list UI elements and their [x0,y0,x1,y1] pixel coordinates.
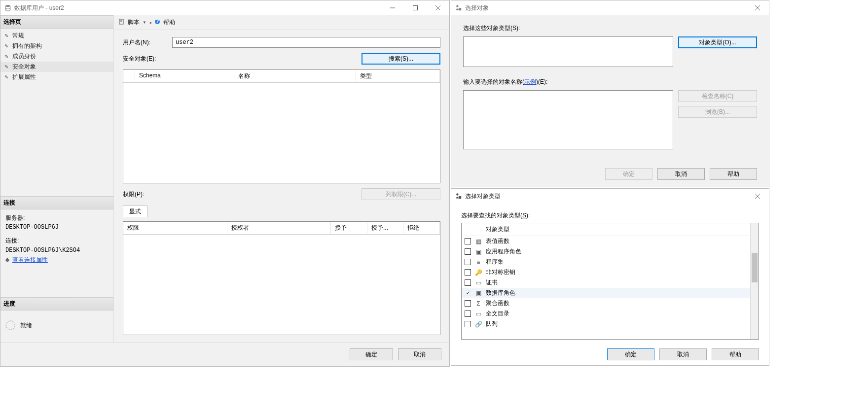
permissions-label: 权限(P): [123,190,144,199]
object-type-row[interactable]: ▭证书 [462,277,750,288]
object-type-checkbox[interactable] [465,248,471,255]
cancel-button[interactable]: 取消 [659,348,707,360]
object-type-icon: 🔑 [475,269,482,276]
svg-rect-15 [459,196,461,199]
page-item-icon: ✎ [4,74,10,80]
object-names-box[interactable] [463,90,673,149]
object-type-checkbox[interactable] [465,310,471,317]
connection-header: 连接 [0,196,113,209]
sidebar-page-item[interactable]: ✎安全对象 [0,62,113,72]
ok-button[interactable]: 确定 [607,348,654,360]
object-type-icon: ▦ [475,238,482,245]
object-type-checkbox[interactable] [465,300,471,307]
page-item-icon: ✎ [4,64,10,69]
explicit-tab[interactable]: 显式 [123,206,147,217]
select-objects-title: 选择对象 [465,4,489,12]
securables-col-name[interactable]: 名称 [234,70,356,82]
close-button[interactable] [746,0,769,15]
select-object-types-dialog: 选择对象类型 选择要查找的对象类型(S): 对象类型 ▦表值函数▣应用程序角色≡… [451,188,769,366]
object-type-label: 队列 [486,320,498,328]
cancel-button[interactable]: 取消 [657,168,705,180]
sidebar-page-item[interactable]: ✎扩展属性 [0,72,113,82]
object-type-label: 证书 [486,278,498,287]
perm-col-grantor[interactable]: 授权者 [227,222,331,234]
browse-button[interactable]: 浏览(B)... [678,106,757,118]
ok-button[interactable]: 确定 [605,168,652,180]
object-types-label: 选择这些对象类型(S): [463,24,757,33]
object-type-icon: ▭ [475,310,482,317]
object-type-row[interactable]: ▦表值函数 [462,236,750,246]
username-input[interactable] [172,37,440,48]
svg-point-10 [456,5,458,7]
perm-col-withgrant[interactable]: 授予... [367,222,404,234]
securables-col-selector [123,70,135,82]
help-button[interactable]: 帮助 [710,168,757,180]
object-type-checkbox[interactable] [465,259,471,265]
object-type-row[interactable]: 🔑非对称密钥 [462,267,750,277]
sidebar-page-label: 成员身份 [12,52,36,61]
object-types-list[interactable]: 对象类型 ▦表值函数▣应用程序角色≡程序集🔑非对称密钥▭证书✓▣数据库角色Σ聚合… [462,223,750,339]
object-type-row[interactable]: ▭全文目录 [462,309,750,319]
view-connection-properties-link[interactable]: 查看连接属性 [12,255,48,265]
sidebar-page-label: 扩展属性 [12,73,36,81]
types-scrollbar[interactable] [750,223,759,339]
help-button[interactable]: 帮助 [712,348,759,360]
perm-col-permission[interactable]: 权限 [123,222,227,234]
object-type-checkbox[interactable]: ✓ [465,290,471,296]
server-value: DESKTOP-OOSLP6J [5,223,108,232]
securables-grid[interactable]: Schema 名称 类型 [123,69,440,183]
object-types-button[interactable]: 对象类型(O)... [678,36,757,48]
main-titlebar: 数据库用户 - user2 [0,0,449,15]
script-button[interactable]: 脚本 [128,18,140,27]
object-type-checkbox[interactable] [465,279,471,286]
object-type-icon: ▣ [475,290,482,297]
object-type-label: 全文目录 [486,310,509,318]
column-permissions-button[interactable]: 列权限(C)... [362,188,440,200]
progress-spinner-icon [5,320,15,330]
sidebar-page-item[interactable]: ✎拥有的架构 [0,41,113,51]
object-type-row[interactable]: Σ聚合函数 [462,298,750,309]
perm-col-deny[interactable]: 拒绝 [403,222,440,234]
sidebar-page-item[interactable]: ✎常规 [0,31,113,41]
pages-header: 选择页 [0,15,113,29]
check-names-button[interactable]: 检查名称(C) [678,90,757,102]
script-dropdown-arrow-icon[interactable]: ▼ [143,20,146,25]
object-type-checkbox[interactable] [465,238,471,244]
maximize-button[interactable] [404,0,427,15]
close-button[interactable] [427,0,449,15]
page-item-icon: ✎ [4,54,10,59]
example-link[interactable]: 示例 [524,78,536,85]
ok-button[interactable]: 确定 [350,348,393,360]
object-type-icon: ▣ [475,248,482,255]
object-type-label: 数据库角色 [486,289,515,297]
object-type-row[interactable]: ✓▣数据库角色 [462,288,750,298]
object-type-label: 聚合函数 [486,299,509,308]
object-type-label: 程序集 [486,258,504,266]
progress-status: 就绪 [20,321,32,330]
sidebar-page-item[interactable]: ✎成员身份 [0,51,113,62]
objects-icon [455,4,462,11]
object-type-row[interactable]: ≡程序集 [462,257,750,267]
securables-label: 安全对象(E): [123,55,156,63]
object-type-checkbox[interactable] [465,321,471,327]
cancel-button[interactable]: 取消 [398,348,441,360]
securables-col-type[interactable]: 类型 [356,70,440,82]
server-label: 服务器: [5,213,108,223]
object-type-row[interactable]: 🔗队列 [462,319,750,329]
object-type-checkbox[interactable] [465,269,471,276]
sidebar-page-label: 常规 [12,32,24,40]
object-type-label: 表值函数 [486,237,509,245]
permissions-grid[interactable]: 权限 授权者 授予 授予... 拒绝 [123,221,440,335]
object-type-row[interactable]: ▣应用程序角色 [462,246,750,257]
close-button[interactable] [746,189,769,204]
perm-col-grant[interactable]: 授予 [331,222,367,234]
object-type-icon: ≡ [475,259,482,266]
securables-col-schema[interactable]: Schema [135,70,234,82]
connection-properties-icon: ♣ [5,255,9,265]
object-names-label: 输入要选择的对象名称(示例)(E): [463,78,757,86]
search-button[interactable]: 搜索(S)... [362,53,440,65]
object-types-box[interactable] [463,36,673,67]
progress-header: 进度 [0,297,113,310]
minimize-button[interactable] [381,0,404,15]
help-button[interactable]: 帮助 [163,18,175,27]
